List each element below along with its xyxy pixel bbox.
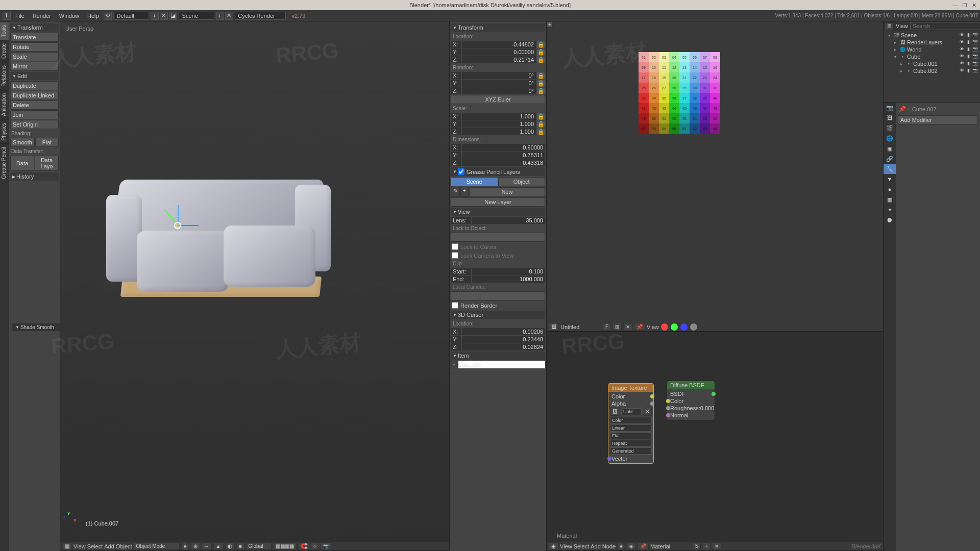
edit-section[interactable]: Edit (10, 72, 59, 80)
gp-scene-tab[interactable]: Scene (451, 177, 498, 186)
tab-modifiers-icon[interactable]: 🔧 (884, 164, 896, 174)
outliner-item[interactable]: ▾🎬Scene👁▮📷 (885, 32, 979, 39)
lock-camera-check[interactable] (452, 252, 458, 259)
tab-animation[interactable]: Animation (0, 90, 9, 119)
lock-icon[interactable]: 🔒 (537, 88, 545, 94)
tab-scene-icon[interactable]: 🎬 (884, 123, 896, 133)
set-origin-button[interactable]: Set Origin (10, 120, 59, 129)
tab-physics-icon[interactable]: ⬣ (884, 215, 896, 225)
vp-menu-object[interactable]: Object (116, 543, 132, 549)
menu-help[interactable]: Help (83, 13, 103, 19)
local-camera-field[interactable] (451, 291, 545, 300)
loc-x-field[interactable]: -0.44802 (462, 41, 536, 48)
pin-icon[interactable]: 📌 (634, 323, 645, 331)
shader-type-icon[interactable]: ● (617, 542, 625, 550)
tab-world-icon[interactable]: 🌐 (884, 133, 896, 143)
scl-z-field[interactable]: 1.000 (462, 128, 536, 135)
node-menu-view[interactable]: View (560, 543, 572, 549)
delete-button[interactable]: Delete (10, 101, 59, 110)
outliner-tree[interactable]: ▾🎬Scene👁▮📷▸🖼RenderLayers👁▮📷▸🌐World👁▮📷▾▫C… (884, 31, 980, 102)
join-button[interactable]: Join (10, 110, 59, 119)
outliner-item[interactable]: ▸▫Cube.002👁▮📷 (885, 67, 979, 74)
node-menu-node[interactable]: Node (602, 543, 616, 549)
lock-icon[interactable]: 🔒 (537, 113, 545, 120)
lens-field[interactable]: 35.000 (472, 217, 545, 224)
image-texture-node[interactable]: Image Texture Color Alpha 🖼Untit✕ Color … (608, 383, 654, 464)
mat-users-count[interactable]: 5 (693, 542, 701, 550)
rot-z-field[interactable]: 0° (462, 87, 536, 94)
tex-colorspace[interactable]: Color (610, 417, 652, 424)
data-layout-button[interactable]: Data Layo (35, 156, 59, 171)
vp-menu-view[interactable]: View (74, 543, 86, 549)
outliner-item[interactable]: ▾▫Cube👁▮📷 (885, 53, 979, 60)
proportional-icon[interactable]: ○ (311, 542, 319, 550)
image-name-field[interactable]: Untitled (560, 324, 601, 330)
tab-layers-icon[interactable]: 🖼 (884, 113, 896, 123)
node-canvas[interactable]: Image Texture Color Alpha 🖼Untit✕ Color … (547, 332, 883, 542)
unlink-icon[interactable]: ✕ (643, 408, 652, 416)
tex-interp[interactable]: Linear (610, 424, 652, 432)
rot-x-field[interactable]: 0° (462, 72, 536, 79)
gp-brush-icon[interactable]: ✎ (451, 187, 460, 197)
pin-icon[interactable]: 📌 (899, 106, 906, 112)
engine-select[interactable]: Cycles Render (235, 12, 286, 20)
lock-icon[interactable]: 🔒 (537, 72, 545, 79)
outliner-item[interactable]: ▸▫Cube.001👁▮📷 (885, 60, 979, 67)
tex-projection[interactable]: Flat (610, 432, 652, 439)
mat-del-icon[interactable]: ✕ (712, 542, 721, 550)
tab-tools[interactable]: Tools (0, 21, 9, 40)
manipulator-icon[interactable]: ↔ (202, 542, 212, 550)
snap-icon[interactable]: 🧲 (298, 542, 309, 550)
tab-constraints-icon[interactable]: 🔗 (884, 154, 896, 164)
node-image-name[interactable]: Untit (621, 408, 642, 415)
lock-icon[interactable]: 🔒 (537, 129, 545, 135)
node-menu-add[interactable]: Add (591, 543, 601, 549)
gp-add-icon[interactable]: + (460, 187, 469, 197)
lock-icon[interactable]: 🔒 (537, 80, 545, 87)
node-menu-select[interactable]: Select (574, 543, 590, 549)
dim-y-field[interactable]: 0.78311 (462, 152, 545, 159)
smooth-button[interactable]: Smooth (10, 138, 35, 147)
n-transform-hdr[interactable]: Transform (451, 23, 545, 32)
scene-add-icon[interactable]: + (216, 12, 224, 20)
mat-add-icon[interactable]: + (702, 542, 710, 550)
back-to-prev-icon[interactable]: ⟲ (104, 12, 112, 20)
outliner-item[interactable]: ▸🌐World👁▮📷 (885, 46, 979, 53)
editor-type-outliner-icon[interactable]: ≣ (885, 22, 894, 30)
menu-window[interactable]: Window (55, 13, 83, 19)
channel-g-icon[interactable] (670, 323, 678, 331)
scene-browse-icon[interactable]: ◪ (169, 12, 177, 20)
tab-physics[interactable]: Physics (0, 119, 9, 143)
cur-y-field[interactable]: 0.23448 (462, 336, 545, 343)
material-select[interactable]: Material (650, 543, 691, 549)
tab-relations[interactable]: Relations (0, 62, 9, 90)
node-header[interactable]: Image Texture (608, 384, 653, 392)
tex-extension[interactable]: Repeat (610, 440, 652, 447)
tab-material-icon[interactable]: ● (884, 184, 896, 194)
layout-select[interactable]: Default (113, 12, 149, 20)
tab-create[interactable]: Create (0, 40, 9, 62)
minimize-icon[interactable]: — (951, 2, 960, 9)
tab-render-icon[interactable]: 📷 (884, 103, 896, 113)
use-nodes-icon[interactable]: ◈ (627, 542, 636, 550)
uv-canvas[interactable]: 0102030405060708091011121314151617181920… (547, 21, 883, 322)
tab-data-icon[interactable]: ▼ (884, 174, 896, 184)
transform-section[interactable]: Transform (10, 23, 59, 32)
loc-y-field[interactable]: 0.00000 (462, 48, 536, 56)
search-input[interactable] (910, 22, 980, 30)
menu-file[interactable]: File (11, 13, 29, 19)
outliner-item[interactable]: ▸🖼RenderLayers👁▮📷 (885, 39, 979, 46)
menu-render[interactable]: Render (29, 13, 55, 19)
duplicate-linked-button[interactable]: Duplicate Linked (10, 91, 59, 100)
lock-cursor-check[interactable] (452, 243, 458, 250)
image-browse-icon[interactable]: ⊞ (612, 323, 622, 331)
mirror-button[interactable]: Mirror (10, 62, 59, 71)
scene-select[interactable]: Scene (179, 12, 214, 20)
channel-a-icon[interactable] (690, 323, 698, 331)
last-op-label[interactable]: Shade Smooth (12, 323, 61, 331)
clip-start-field[interactable]: 0.100 (472, 268, 545, 275)
dim-z-field[interactable]: 0.43318 (462, 159, 545, 166)
duplicate-button[interactable]: Duplicate (10, 81, 59, 90)
manipulator-rotate-icon[interactable]: ◐ (225, 542, 235, 550)
scale-button[interactable]: Scale (10, 52, 59, 61)
